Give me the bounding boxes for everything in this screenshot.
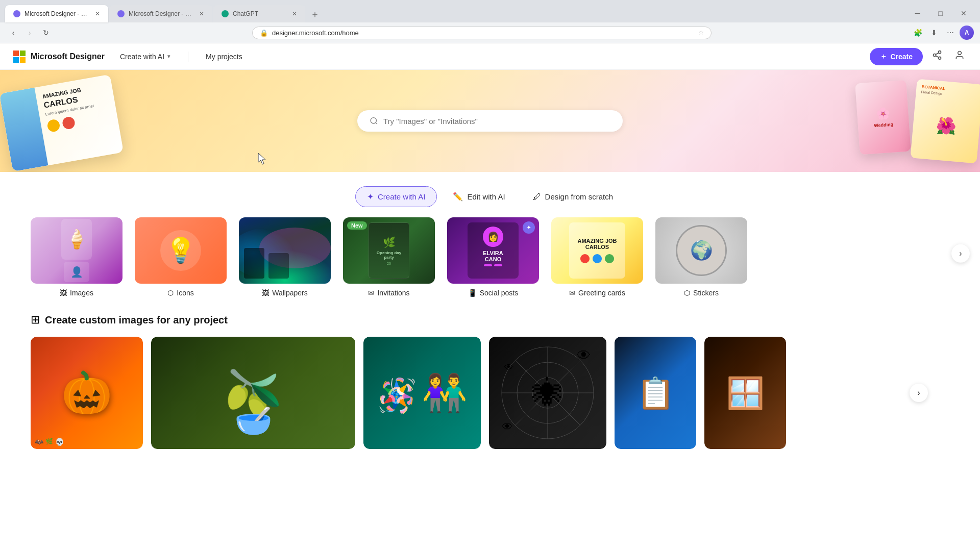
custom-images-grid: 🎃 🦇🌿💀 🫒 🥣 🪅 👫 xyxy=(31,337,949,449)
my-projects-label: My projects xyxy=(206,53,242,61)
edit-ai-tab-icon: ✏️ xyxy=(453,192,463,202)
svg-point-10 xyxy=(371,118,376,123)
svg-rect-2 xyxy=(13,57,19,63)
svg-point-6 xyxy=(939,57,941,59)
category-images[interactable]: 🍦 👤 🖼 Images xyxy=(31,217,122,297)
category-icons-thumbnail: 💡 xyxy=(135,217,227,284)
category-icons-label: ⬡ Icons xyxy=(167,289,193,297)
downloads-button[interactable]: ⬇ xyxy=(927,26,941,40)
app-header: Microsoft Designer Create with AI ▾ My p… xyxy=(0,43,980,70)
custom-image-olive[interactable]: 🫒 🥣 xyxy=(151,337,355,449)
search-icon xyxy=(370,116,378,126)
hero-right-decoration: 🌸 Wedding BOTANICAL Floral Design 🌺 xyxy=(837,70,980,172)
maximize-button[interactable]: □ xyxy=(929,5,952,21)
tab-label-3: ChatGPT xyxy=(233,10,258,17)
category-wallpapers-thumbnail xyxy=(239,217,331,284)
business-card-left: AMAZING JOB CARLOS Lorem ipsum dolor sit… xyxy=(0,74,124,171)
hero-search-container xyxy=(357,110,623,132)
category-scroll-arrow[interactable]: › xyxy=(951,244,970,263)
logo-area: Microsoft Designer xyxy=(12,49,105,64)
security-icon: 🔒 xyxy=(260,29,268,37)
svg-line-8 xyxy=(936,53,939,54)
tab-edit-with-ai[interactable]: ✏️ Edit with AI xyxy=(441,186,517,207)
category-wallpapers[interactable]: 🖼 Wallpapers xyxy=(239,217,331,297)
hero-right-cards: 🌸 Wedding BOTANICAL Floral Design 🌺 xyxy=(857,82,980,161)
custom-image-spider[interactable]: 🕷 👁 👁 👁 xyxy=(489,337,606,449)
hero-search-bar[interactable] xyxy=(357,110,623,132)
flower-card: BOTANICAL Floral Design 🌺 xyxy=(910,79,980,163)
svg-rect-0 xyxy=(13,51,19,56)
bookmark-icon[interactable]: ☆ xyxy=(698,29,704,36)
forward-button[interactable]: › xyxy=(22,26,37,40)
design-scratch-tab-icon: 🖊 xyxy=(533,192,541,202)
back-button[interactable]: ‹ xyxy=(6,26,20,40)
custom-image-pumpkin[interactable]: 🎃 🦇🌿💀 xyxy=(31,337,143,449)
tab-1[interactable]: Microsoft Designer - Stunning... ✕ xyxy=(5,5,108,22)
category-grid: 🍦 👤 🖼 Images 💡 xyxy=(31,217,949,297)
create-button-label: Create xyxy=(890,53,913,61)
category-greeting-cards[interactable]: AMAZING JOBCARLOS ✉ Greeting cards xyxy=(551,217,643,297)
reload-button[interactable]: ↻ xyxy=(39,26,53,40)
tab-favicon-2 xyxy=(117,10,125,17)
profile-avatar[interactable]: A xyxy=(960,26,974,40)
wedding-card: 🌸 Wedding xyxy=(855,80,911,155)
minimize-button[interactable]: ─ xyxy=(906,5,929,21)
category-invitations-thumbnail: New 🌿 Opening dayparty 20 xyxy=(343,217,435,284)
tab-close-3[interactable]: ✕ xyxy=(292,10,297,17)
svg-line-11 xyxy=(376,122,377,124)
custom-images-section: ⊞ Create custom images for any project 🎃… xyxy=(0,297,980,449)
tab-favicon-3 xyxy=(222,10,229,17)
custom-image-couple[interactable]: 🪅 👫 xyxy=(363,337,481,449)
create-ai-nav-label: Create with AI xyxy=(120,53,164,61)
tab-2[interactable]: Microsoft Designer - Stunning... ✕ xyxy=(109,5,212,22)
toolbar-right: 🧩 ⬇ ⋯ A xyxy=(911,26,974,40)
close-button[interactable]: ✕ xyxy=(952,5,975,21)
create-button[interactable]: ＋ Create xyxy=(870,48,923,65)
custom-image-tech[interactable]: 📋 xyxy=(615,337,696,449)
nav-my-projects[interactable]: My projects xyxy=(201,49,248,64)
nav-create-with-ai[interactable]: Create with AI ▾ xyxy=(115,49,176,64)
nav-buttons: ‹ › ↻ xyxy=(6,26,53,40)
svg-point-9 xyxy=(958,52,962,55)
new-tab-button[interactable]: ＋ xyxy=(306,6,324,22)
custom-images-scroll-arrow[interactable]: › xyxy=(910,384,928,402)
create-ai-dropdown-icon: ▾ xyxy=(167,53,170,60)
svg-point-5 xyxy=(934,54,936,57)
share-button[interactable] xyxy=(929,47,945,66)
hero-banner: AMAZING JOB CARLOS Lorem ipsum dolor sit… xyxy=(0,70,980,172)
category-social-posts-label: 📱 Social posts xyxy=(468,289,518,297)
custom-images-icon: ⊞ xyxy=(31,313,40,327)
svg-rect-1 xyxy=(20,51,26,56)
edit-ai-tab-label: Edit with AI xyxy=(467,192,505,201)
tab-label-2: Microsoft Designer - Stunning... xyxy=(129,10,195,17)
category-icons[interactable]: 💡 ⬡ Icons xyxy=(135,217,227,297)
category-stickers-thumbnail: 🌍 xyxy=(655,217,747,284)
category-stickers[interactable]: 🌍 ⬡ Stickers xyxy=(655,217,747,297)
tab-close-2[interactable]: ✕ xyxy=(199,10,204,17)
address-bar[interactable]: 🔒 designer.microsoft.com/home ☆ xyxy=(252,27,712,39)
category-social-posts[interactable]: 👩 ELVIRACANO ✦ 📱 Social posts xyxy=(447,217,539,297)
hero-search-input[interactable] xyxy=(383,117,610,126)
svg-rect-3 xyxy=(20,57,26,63)
tab-create-with-ai[interactable]: ✦ Create with AI xyxy=(355,186,437,207)
header-right-area: ＋ Create xyxy=(870,47,968,66)
tab-close-1[interactable]: ✕ xyxy=(95,10,100,17)
tab-list: Microsoft Designer - Stunning... ✕ Micro… xyxy=(5,4,324,22)
extensions-button[interactable]: 🧩 xyxy=(911,26,925,40)
hero-left-decoration: AMAZING JOB CARLOS Lorem ipsum dolor sit… xyxy=(0,70,143,172)
custom-image-window[interactable]: 🪟 xyxy=(704,337,786,449)
custom-images-header: ⊞ Create custom images for any project xyxy=(31,313,949,327)
tab-label-1: Microsoft Designer - Stunning... xyxy=(24,10,91,17)
tab-3[interactable]: ChatGPT ✕ xyxy=(213,5,305,22)
category-images-label: 🖼 Images xyxy=(60,289,93,297)
category-invitations[interactable]: New 🌿 Opening dayparty 20 ✉ Invitations xyxy=(343,217,435,297)
tab-design-from-scratch[interactable]: 🖊 Design from scratch xyxy=(521,186,625,207)
create-ai-tab-label: Create with AI xyxy=(378,192,425,201)
category-invitations-label: ✉ Invitations xyxy=(368,289,409,297)
app-logo-text: Microsoft Designer xyxy=(31,52,105,61)
category-greeting-cards-thumbnail: AMAZING JOBCARLOS xyxy=(551,217,643,284)
account-button[interactable] xyxy=(951,47,968,66)
more-options-button[interactable]: ⋯ xyxy=(943,26,958,40)
browser-tab-bar: Microsoft Designer - Stunning... ✕ Micro… xyxy=(0,0,980,22)
browser-toolbar: ‹ › ↻ 🔒 designer.microsoft.com/home ☆ 🧩 … xyxy=(0,22,980,43)
